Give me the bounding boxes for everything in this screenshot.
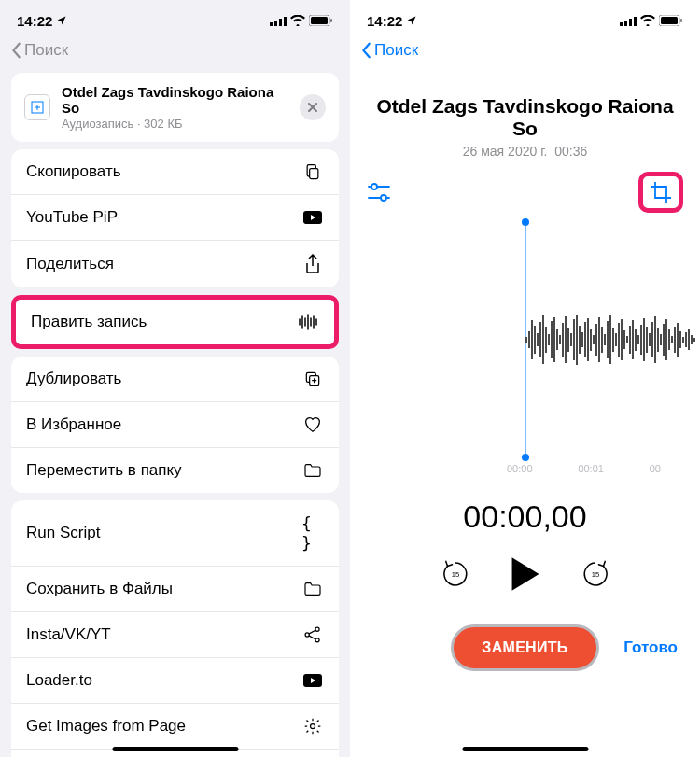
- svg-point-35: [381, 195, 386, 201]
- menu-insta-vk-yt[interactable]: Insta/VK/YT: [11, 612, 339, 658]
- svg-point-18: [305, 633, 309, 637]
- skip-forward-button[interactable]: 15: [580, 558, 611, 594]
- copy-icon: [301, 162, 324, 181]
- wifi-icon: [640, 15, 655, 26]
- status-time: 14:22: [17, 13, 52, 29]
- crop-button[interactable]: [649, 180, 673, 204]
- menu-loader-to[interactable]: Loader.to: [11, 658, 339, 704]
- crop-icon: [649, 180, 673, 204]
- braces-icon: { }: [301, 513, 324, 553]
- menu-get-images[interactable]: Get Images from Page: [11, 704, 339, 750]
- skip-back-icon: 15: [440, 558, 471, 590]
- location-icon: [406, 15, 417, 26]
- signal-icon: [270, 16, 287, 26]
- svg-point-33: [371, 184, 377, 189]
- svg-rect-27: [629, 19, 632, 26]
- share-icon: [301, 254, 324, 274]
- back-label: Поиск: [374, 41, 418, 60]
- svg-text:15: 15: [451, 570, 459, 579]
- menu-save-files[interactable]: Сохранить в Файлы: [11, 567, 339, 612]
- menu-move-folder[interactable]: Переместить в папку: [11, 448, 339, 493]
- svg-rect-25: [620, 22, 623, 26]
- menu-label: YouTube PiP: [26, 208, 118, 227]
- menu-copy[interactable]: Скопировать: [11, 149, 339, 195]
- bottom-actions: ЗАМЕНИТЬ Готово: [350, 624, 700, 671]
- time-axis: 00:00 00:01 00: [350, 461, 700, 474]
- menu-label: Переместить в папку: [26, 461, 182, 480]
- svg-rect-8: [310, 169, 318, 179]
- menu-label: Скопировать: [26, 162, 121, 181]
- recording-title: Otdel Zags Tavdinskogo Raiona So: [350, 95, 700, 140]
- folder-icon: [301, 582, 324, 596]
- home-indicator[interactable]: [462, 747, 588, 751]
- heart-icon: [301, 416, 324, 433]
- playhead-handle-bottom[interactable]: [522, 454, 529, 461]
- location-icon: [56, 15, 67, 26]
- chevron-left-icon: [11, 42, 22, 59]
- menu-youtube-pip[interactable]: YouTube PiP: [11, 195, 339, 241]
- back-label: Поиск: [24, 41, 68, 60]
- svg-text:15: 15: [591, 570, 599, 579]
- audio-file-icon: [24, 94, 50, 120]
- done-button[interactable]: Готово: [623, 638, 678, 657]
- svg-rect-28: [634, 17, 637, 26]
- svg-line-22: [309, 636, 316, 639]
- playback-controls: 15 15: [350, 555, 700, 596]
- signal-icon: [620, 16, 637, 26]
- home-indicator[interactable]: [112, 747, 238, 751]
- menu-group-2: Дублировать В Избранное Переместить в па…: [11, 357, 339, 493]
- current-time: 00:00,00: [350, 498, 700, 535]
- menu-label: Править запись: [31, 313, 147, 331]
- back-link[interactable]: Поиск: [0, 41, 350, 65]
- waveform-icon: [297, 314, 319, 330]
- chevron-left-icon: [361, 42, 372, 59]
- axis-tick: 00:01: [578, 463, 604, 474]
- phone-left-sharesheet: 14:22 Поиск Otdel Zags Tavdinskogo Raion…: [0, 0, 350, 757]
- battery-icon: [309, 15, 333, 26]
- playhead-handle-top[interactable]: [522, 218, 529, 226]
- share-alt-icon: [301, 625, 324, 644]
- close-button[interactable]: [300, 94, 326, 120]
- recording-card: Otdel Zags Tavdinskogo Raiona So Аудиоза…: [11, 73, 339, 142]
- svg-line-21: [309, 630, 316, 634]
- settings-button[interactable]: [367, 182, 391, 203]
- menu-favorite[interactable]: В Избранное: [11, 402, 339, 448]
- folder-icon: [301, 463, 324, 478]
- youtube-icon: [301, 210, 324, 225]
- menu-label: Поделиться: [26, 255, 114, 273]
- svg-point-24: [311, 724, 315, 729]
- status-bar: 14:22: [0, 0, 350, 41]
- svg-rect-0: [270, 22, 273, 26]
- phone-right-editor: 14:22 Поиск Otdel Zags Tavdinskogo Raion…: [350, 0, 700, 757]
- menu-label: Loader.to: [26, 671, 92, 690]
- duplicate-icon: [301, 370, 324, 388]
- svg-point-19: [315, 627, 319, 631]
- menu-label: Дублировать: [26, 370, 121, 388]
- highlight-edit-recording: Править запись: [11, 295, 339, 349]
- menu-duplicate[interactable]: Дублировать: [11, 357, 339, 402]
- svg-rect-30: [661, 17, 678, 24]
- svg-rect-3: [284, 17, 287, 26]
- back-link[interactable]: Поиск: [350, 41, 700, 65]
- battery-icon: [659, 15, 683, 26]
- menu-group-3: Run Script { } Сохранить в Файлы Insta/V…: [11, 500, 339, 757]
- menu-label: Get Images from Page: [26, 717, 186, 736]
- play-button[interactable]: [509, 555, 542, 596]
- svg-point-20: [315, 638, 319, 642]
- waveform-area[interactable]: [367, 218, 683, 461]
- svg-rect-6: [330, 19, 332, 22]
- wifi-icon: [290, 15, 305, 26]
- menu-share[interactable]: Поделиться: [11, 241, 339, 287]
- menu-run-script[interactable]: Run Script { }: [11, 500, 339, 567]
- status-bar: 14:22: [350, 0, 700, 41]
- card-title: Otdel Zags Tavdinskogo Raiona So: [62, 84, 288, 116]
- menu-label: В Избранное: [26, 415, 121, 434]
- gear-icon: [301, 717, 324, 736]
- card-subtitle: Аудиозапись · 302 КБ: [62, 117, 288, 131]
- replace-button[interactable]: ЗАМЕНИТЬ: [451, 624, 598, 671]
- menu-edit-recording[interactable]: Править запись: [16, 300, 334, 344]
- skip-back-button[interactable]: 15: [440, 558, 471, 594]
- axis-tick: 00:00: [507, 463, 533, 474]
- skip-forward-icon: 15: [580, 558, 611, 590]
- waveform: [525, 312, 701, 368]
